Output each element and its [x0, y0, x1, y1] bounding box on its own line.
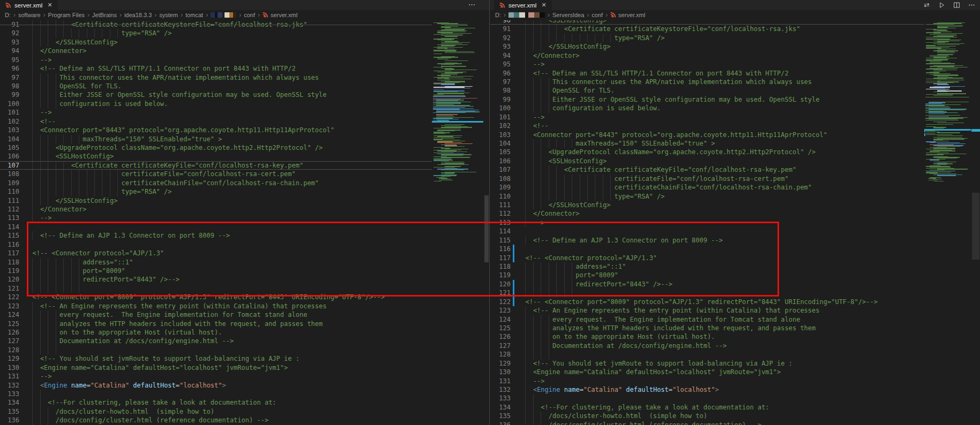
scrollbar-thumb[interactable]: [484, 195, 489, 262]
line-number[interactable]: 130: [490, 368, 511, 376]
line-number[interactable]: 133: [0, 390, 19, 398]
line-number[interactable]: 117: [0, 249, 19, 257]
breadcrumb-item[interactable]: conf: [592, 12, 603, 18]
code-line[interactable]: 133: [0, 390, 432, 398]
code-line[interactable]: 135/docs/cluster-howto.html (simple how …: [490, 412, 924, 420]
code-line[interactable]: 118address="::1": [0, 258, 432, 267]
code-line[interactable]: 127Documentation at /docs/config/engine.…: [0, 337, 432, 345]
line-number[interactable]: 101: [0, 108, 19, 117]
line-number[interactable]: 136: [0, 416, 19, 424]
line-number[interactable]: 124: [0, 310, 19, 319]
code-line[interactable]: 109certificateChainFile="conf/localhost-…: [0, 179, 432, 187]
line-number[interactable]: 97: [0, 73, 19, 82]
line-number[interactable]: 103: [0, 126, 19, 134]
line-number[interactable]: 131: [0, 372, 19, 381]
line-number[interactable]: 111: [490, 201, 511, 209]
line-number[interactable]: 128: [0, 346, 19, 354]
code-line[interactable]: 95-->: [0, 56, 432, 64]
code-line[interactable]: 106<SSLHostConfig>: [0, 152, 432, 161]
code-line[interactable]: 105<UpgradeProtocol className="org.apach…: [0, 143, 432, 152]
line-number[interactable]: 132: [490, 385, 511, 394]
line-number[interactable]: 98: [0, 82, 19, 90]
code-line[interactable]: 100configuration is used below.: [490, 104, 924, 112]
line-number[interactable]: 133: [490, 394, 511, 403]
code-line[interactable]: 94</Connector>: [0, 47, 432, 55]
code-line[interactable]: 93</SSLHostConfig>: [0, 38, 432, 47]
line-number[interactable]: 123: [0, 302, 19, 310]
pane-divider[interactable]: [489, 0, 490, 425]
line-number[interactable]: 114: [490, 227, 511, 236]
line-number[interactable]: 114: [0, 223, 19, 231]
line-number[interactable]: 98: [490, 86, 511, 95]
line-number[interactable]: 135: [490, 412, 511, 420]
line-number[interactable]: 100: [0, 100, 19, 108]
line-number[interactable]: 106: [490, 157, 511, 165]
line-number[interactable]: 132: [0, 381, 19, 390]
line-number[interactable]: 121: [0, 284, 19, 293]
line-number[interactable]: 118: [0, 258, 19, 267]
line-number[interactable]: 120: [490, 280, 511, 289]
line-number[interactable]: 113: [490, 218, 511, 227]
code-line[interactable]: 107<Certificate certificateKeyFile="conf…: [490, 165, 924, 174]
code-line[interactable]: 133: [490, 394, 924, 403]
breadcrumb-item[interactable]: D:: [495, 12, 501, 18]
code-line[interactable]: 128: [0, 346, 432, 354]
line-number[interactable]: 125: [0, 320, 19, 328]
line-number[interactable]: 112: [490, 209, 511, 218]
code-line[interactable]: 97This connector uses the APR/native imp…: [0, 73, 432, 82]
line-number[interactable]: 134: [490, 403, 511, 412]
line-number[interactable]: 102: [490, 122, 511, 130]
code-line[interactable]: 126on to the appropriate Host (virtual h…: [490, 332, 924, 341]
line-number[interactable]: 102: [0, 117, 19, 126]
code-line[interactable]: 110type="RSA" />: [490, 192, 924, 201]
code-line[interactable]: 114: [490, 227, 924, 236]
line-number[interactable]: 127: [490, 341, 511, 350]
code-line[interactable]: 103<Connector port="8443" protocol="org.…: [0, 126, 432, 134]
code-line[interactable]: 94</Connector>: [490, 51, 924, 60]
code-line[interactable]: 92type="RSA" />: [490, 34, 924, 42]
code-line[interactable]: 129<!-- You should set jvmRoute to suppo…: [490, 359, 924, 368]
line-number[interactable]: 122: [0, 293, 19, 301]
minimap-left[interactable]: [432, 0, 483, 425]
breadcrumb-item[interactable]: JetBrains: [92, 12, 117, 18]
line-number[interactable]: 108: [0, 170, 19, 178]
scrollbar-left[interactable]: [484, 0, 489, 425]
line-number[interactable]: 104: [490, 139, 511, 148]
code-line[interactable]: 91<Certificate certificateKeystoreFile="…: [490, 25, 924, 33]
line-number[interactable]: 126: [490, 332, 511, 341]
code-line[interactable]: 93</SSLHostConfig>: [490, 42, 924, 51]
breadcrumb-item[interactable]: D:: [5, 12, 11, 18]
line-number[interactable]: 131: [490, 377, 511, 385]
code-line[interactable]: 124every request. The Engine implementat…: [0, 310, 432, 319]
code-line[interactable]: 135/docs/cluster-howto.html (simple how …: [0, 407, 432, 416]
code-line[interactable]: 117<!-- <Connector protocol="AJP/1.3": [0, 249, 432, 257]
code-line[interactable]: 134<!--For clustering, please take a loo…: [0, 398, 432, 407]
line-number[interactable]: 135: [0, 407, 19, 416]
breadcrumb-item[interactable]: software: [18, 12, 41, 18]
line-number[interactable]: 105: [0, 143, 19, 152]
code-line[interactable]: 92type="RSA" />: [0, 29, 432, 37]
minimap-right[interactable]: [924, 0, 971, 425]
code-line[interactable]: 110type="RSA" />: [0, 187, 432, 196]
code-line[interactable]: 129<!-- You should set jvmRoute to suppo…: [0, 354, 432, 363]
code-line[interactable]: 128: [490, 350, 924, 359]
line-number[interactable]: 109: [0, 179, 19, 187]
line-number[interactable]: 116: [0, 240, 19, 249]
code-line[interactable]: 113-->: [490, 218, 924, 227]
code-line[interactable]: 119port="8009": [490, 271, 924, 279]
code-line[interactable]: 130<Engine name="Catalina" defaultHost="…: [490, 368, 924, 376]
line-number[interactable]: 129: [490, 359, 511, 368]
line-number[interactable]: 101: [490, 113, 511, 122]
code-line[interactable]: 130<Engine name="Catalina" defaultHost="…: [0, 363, 432, 372]
line-number[interactable]: 97: [490, 78, 511, 86]
code-line[interactable]: 136/docs/config/cluster.html (reference …: [490, 421, 924, 425]
code-line[interactable]: 104maxThreads="150" SSLEnabled="true" >: [0, 135, 432, 143]
line-number[interactable]: 96: [0, 64, 19, 73]
line-number[interactable]: 94: [490, 51, 511, 60]
tab-server-xml-left[interactable]: server.xml ✕: [0, 0, 58, 10]
code-line[interactable]: 121: [0, 284, 432, 293]
line-number[interactable]: 103: [490, 131, 511, 139]
line-number[interactable]: 136: [490, 421, 511, 425]
code-line[interactable]: 123<!-- An Engine represents the entry p…: [0, 302, 432, 310]
code-line[interactable]: 102<!--: [490, 122, 924, 130]
